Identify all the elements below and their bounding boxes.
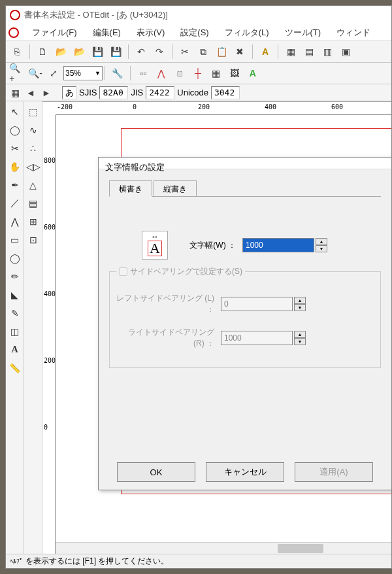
crop-tool-icon[interactable]: ◫ [7,324,23,339]
path-icon[interactable]: ⋀ [153,65,170,82]
menu-file[interactable]: ファイル(F) [32,27,77,39]
undo-icon[interactable]: ↶ [133,43,150,60]
curve-tool-icon[interactable]: ∿ [25,122,41,138]
guides-icon[interactable]: ┼ [189,65,206,82]
center-icon[interactable]: ⊡ [25,232,41,248]
width-input[interactable] [242,238,314,252]
char-info-dialog: 文字情報の設定 横書き 縦書き ↔ A 文字幅(W) ： ▲ ▼ [98,157,392,490]
text-tool-icon[interactable]: A [7,342,23,358]
rsb-spin-up[interactable]: ▲ [294,331,306,338]
separator [128,44,129,59]
ruler-v-tick: 600 [44,224,56,231]
export-icon[interactable]: ⎘ [8,43,25,60]
eyedrop-tool-icon[interactable]: ✎ [7,305,23,321]
menu-view[interactable]: 表示(V) [137,27,165,39]
app-icon [10,10,20,20]
zoom-in-icon[interactable]: 🔍+ [8,65,25,82]
hand-tool-icon[interactable]: ✋ [7,159,23,175]
fit-icon[interactable]: ⤢ [45,65,62,82]
line-tool-icon[interactable]: ／ [7,195,23,211]
rsb-spin-down[interactable]: ▼ [294,338,306,345]
copy-icon[interactable]: ⧉ [195,43,212,60]
ok-button[interactable]: OK [117,462,195,482]
glyph-a-icon[interactable]: A [257,43,274,60]
menu-edit[interactable]: 編集(E) [93,27,121,39]
flip-v-icon[interactable]: △ [25,177,41,193]
cancel-button[interactable]: キャンセル [206,462,284,482]
lsb-row: レフトサイドベアリング (L) ： ▲ ▼ [116,293,374,315]
enc3-label: Unicode [177,88,208,97]
scrollbar-horizontal[interactable] [56,542,391,554]
ellipse-tool-icon[interactable]: ◯ [7,250,23,266]
lsb-spin-down[interactable]: ▼ [294,304,306,311]
cut-icon[interactable]: ✂ [176,43,193,60]
menu-tool[interactable]: ツール(T) [285,27,321,39]
window1-icon[interactable]: ▦ [282,43,299,60]
next-icon[interactable]: ► [40,86,53,99]
ruler-h-tick: 600 [331,103,343,110]
flip-h-icon[interactable]: ◁▷ [25,159,41,175]
grid-icon[interactable]: ▦ [208,65,225,82]
ruler-h-tick: 200 [198,103,210,110]
preview-letter: A [148,241,162,256]
polyline-tool-icon[interactable]: ⋀ [7,214,23,229]
delete-icon[interactable]: ✖ [231,43,248,60]
misc1-icon[interactable]: ∴ [25,141,41,156]
prev-icon[interactable]: ◄ [24,86,37,99]
align-icon[interactable]: ▤ [25,195,41,211]
pencil-tool-icon[interactable]: ✏ [7,269,23,284]
rect-tool-icon[interactable]: ▭ [7,232,23,248]
status-hint-label: ﾍﾙﾌﾟ [10,558,23,565]
titlebar: 書体名未設定 - OTEdit - [あ (U+3042)] [6,6,391,24]
dialog-tabs: 横書き 縦書き [109,180,381,197]
dropdown-icon[interactable]: ▼ [95,70,101,76]
open2-icon[interactable]: 📂 [71,43,88,60]
metrics-icon[interactable]: ⎅ [171,65,188,82]
tab-vertical[interactable]: 縦書き [154,180,197,197]
scissors-tool-icon[interactable]: ✂ [7,141,23,156]
open-icon[interactable]: 📂 [52,43,69,60]
color-a-icon[interactable]: A [244,65,261,82]
apply-button[interactable]: 適用(A) [295,462,373,482]
menu-window[interactable]: ウィンド [336,27,370,39]
lasso-tool-icon[interactable]: ◯ [7,122,23,138]
zoom-out-icon[interactable]: 🔍- [27,65,44,82]
paste-icon[interactable]: 📋 [213,43,230,60]
redo-icon[interactable]: ↷ [151,43,168,60]
window3-icon[interactable]: ▥ [319,43,336,60]
separator [130,66,131,80]
lsb-spin-up[interactable]: ▲ [294,297,306,304]
tab-horizontal[interactable]: 横書き [109,180,152,197]
image-icon[interactable]: 🖼 [226,65,243,82]
infobar: ▦ ◄ ► あ SJIS 82A0 JIS 2422 Unicode 3042 [6,84,391,101]
menu-settings[interactable]: 設定(S) [180,27,208,39]
enc2-value[interactable]: 2422 [146,86,174,99]
rsb-input[interactable] [221,331,293,345]
node-tool-icon[interactable]: ⬚ [25,104,41,120]
menu-filter[interactable]: フィルタ(L) [225,27,269,39]
width-spin-up[interactable]: ▲ [316,238,327,245]
grid-view-icon[interactable]: ▦ [8,86,22,99]
tool-palette-right: ⬚ ∿ ∴ ◁▷ △ ▤ ⊞ ⊡ [24,101,42,554]
window4-icon[interactable]: ▣ [337,43,354,60]
separator [252,44,253,59]
corner-tool-icon[interactable]: ◣ [7,287,23,303]
enc1-value[interactable]: 82A0 [99,86,128,99]
width-spin-down[interactable]: ▼ [316,245,327,252]
enc3-value[interactable]: 3042 [211,86,240,99]
scrollbar-thumb[interactable] [278,544,323,553]
lsb-input[interactable] [221,297,293,311]
distribute-icon[interactable]: ⊞ [25,214,41,229]
new-icon[interactable]: 🗋 [34,43,51,60]
points-icon[interactable]: ▫▫ [135,65,152,82]
arrow-tool-icon[interactable]: ↖ [7,104,23,120]
save-icon[interactable]: 💾 [89,43,106,60]
sidebearing-checkbox[interactable] [119,267,127,276]
sidebearing-legend: サイドベアリングで設定する(S) [116,266,245,277]
pen-tool-icon[interactable]: ✒ [7,177,23,193]
ruler-v-tick: 800 [44,157,56,164]
tool-a-icon[interactable]: 🔧 [109,65,126,82]
ruler-tool-icon[interactable]: 📏 [7,360,23,376]
window2-icon[interactable]: ▤ [301,43,318,60]
saveall-icon[interactable]: 💾 [107,43,124,60]
